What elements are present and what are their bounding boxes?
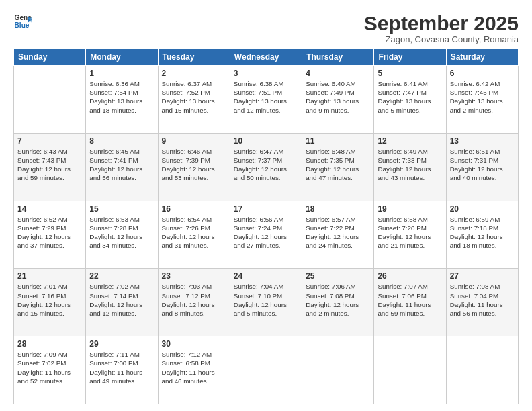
table-row: 18Sunrise: 6:57 AMSunset: 7:22 PMDayligh…: [302, 201, 374, 269]
day-info: Sunrise: 6:48 AMSunset: 7:35 PMDaylight:…: [306, 147, 370, 183]
calendar-header-row: Sunday Monday Tuesday Wednesday Thursday…: [14, 49, 519, 66]
day-info: Sunrise: 7:12 AMSunset: 6:58 PMDaylight:…: [162, 350, 226, 385]
day-info: Sunrise: 7:02 AMSunset: 7:14 PMDaylight:…: [89, 282, 154, 318]
title-block: September 2025 Zagon, Covasna County, Ro…: [364, 12, 519, 44]
table-row: 30Sunrise: 7:12 AMSunset: 6:58 PMDayligh…: [158, 336, 230, 404]
calendar-week-row: 21Sunrise: 7:01 AMSunset: 7:16 PMDayligh…: [14, 269, 519, 336]
day-number: 22: [89, 271, 154, 281]
table-row: 25Sunrise: 7:06 AMSunset: 7:08 PMDayligh…: [302, 269, 374, 336]
table-row: 4Sunrise: 6:40 AMSunset: 7:49 PMDaylight…: [302, 66, 374, 134]
day-info: Sunrise: 6:46 AMSunset: 7:39 PMDaylight:…: [162, 147, 226, 183]
day-number: 14: [17, 204, 82, 214]
day-number: 8: [89, 136, 154, 146]
table-row: [374, 336, 446, 404]
day-number: 2: [162, 68, 226, 78]
table-row: 3Sunrise: 6:38 AMSunset: 7:51 PMDaylight…: [230, 66, 302, 134]
table-row: 15Sunrise: 6:53 AMSunset: 7:28 PMDayligh…: [86, 201, 158, 269]
day-info: Sunrise: 7:08 AMSunset: 7:04 PMDaylight:…: [450, 282, 515, 318]
table-row: [302, 336, 374, 404]
table-row: 19Sunrise: 6:58 AMSunset: 7:20 PMDayligh…: [374, 201, 446, 269]
table-row: 1Sunrise: 6:36 AMSunset: 7:54 PMDaylight…: [86, 66, 158, 134]
day-info: Sunrise: 6:49 AMSunset: 7:33 PMDaylight:…: [378, 147, 442, 183]
col-friday: Friday: [374, 49, 446, 66]
day-info: Sunrise: 6:56 AMSunset: 7:24 PMDaylight:…: [234, 215, 298, 250]
table-row: 17Sunrise: 6:56 AMSunset: 7:24 PMDayligh…: [230, 201, 302, 269]
day-number: 26: [378, 271, 442, 281]
day-info: Sunrise: 6:47 AMSunset: 7:37 PMDaylight:…: [234, 147, 298, 183]
calendar-table: Sunday Monday Tuesday Wednesday Thursday…: [13, 48, 519, 404]
day-number: 10: [234, 136, 298, 146]
day-info: Sunrise: 7:03 AMSunset: 7:12 PMDaylight:…: [162, 282, 226, 318]
day-number: 27: [450, 271, 515, 281]
table-row: 12Sunrise: 6:49 AMSunset: 7:33 PMDayligh…: [374, 133, 446, 201]
day-number: 6: [450, 68, 515, 78]
day-number: 30: [162, 339, 226, 349]
table-row: 9Sunrise: 6:46 AMSunset: 7:39 PMDaylight…: [158, 133, 230, 201]
day-number: 18: [306, 204, 370, 214]
location: Zagon, Covasna County, Romania: [364, 34, 519, 44]
day-number: 9: [162, 136, 226, 146]
table-row: 29Sunrise: 7:11 AMSunset: 7:00 PMDayligh…: [86, 336, 158, 404]
calendar-week-row: 1Sunrise: 6:36 AMSunset: 7:54 PMDaylight…: [14, 66, 519, 134]
day-info: Sunrise: 6:37 AMSunset: 7:52 PMDaylight:…: [162, 79, 226, 115]
table-row: 8Sunrise: 6:45 AMSunset: 7:41 PMDaylight…: [86, 133, 158, 201]
table-row: 16Sunrise: 6:54 AMSunset: 7:26 PMDayligh…: [158, 201, 230, 269]
table-row: [446, 336, 518, 404]
day-number: 4: [306, 68, 370, 78]
day-info: Sunrise: 6:38 AMSunset: 7:51 PMDaylight:…: [234, 79, 298, 115]
table-row: 27Sunrise: 7:08 AMSunset: 7:04 PMDayligh…: [446, 269, 518, 336]
table-row: 21Sunrise: 7:01 AMSunset: 7:16 PMDayligh…: [14, 269, 86, 336]
table-row: 14Sunrise: 6:52 AMSunset: 7:29 PMDayligh…: [14, 201, 86, 269]
day-info: Sunrise: 6:42 AMSunset: 7:45 PMDaylight:…: [450, 79, 515, 115]
day-info: Sunrise: 7:09 AMSunset: 7:02 PMDaylight:…: [17, 350, 82, 385]
col-thursday: Thursday: [302, 49, 374, 66]
day-number: 7: [17, 136, 82, 146]
day-info: Sunrise: 6:58 AMSunset: 7:20 PMDaylight:…: [378, 215, 442, 250]
day-info: Sunrise: 6:41 AMSunset: 7:47 PMDaylight:…: [378, 79, 442, 115]
day-info: Sunrise: 7:04 AMSunset: 7:10 PMDaylight:…: [234, 282, 298, 318]
day-info: Sunrise: 6:52 AMSunset: 7:29 PMDaylight:…: [17, 215, 82, 250]
table-row: [14, 66, 86, 134]
day-info: Sunrise: 6:40 AMSunset: 7:49 PMDaylight:…: [306, 79, 370, 115]
svg-text:Blue: Blue: [15, 21, 30, 29]
logo-icon: General Blue: [13, 12, 32, 31]
day-number: 16: [162, 204, 226, 214]
col-sunday: Sunday: [14, 49, 86, 66]
header: General Blue September 2025 Zagon, Covas…: [13, 12, 519, 44]
month-title: September 2025: [364, 12, 519, 34]
table-row: 23Sunrise: 7:03 AMSunset: 7:12 PMDayligh…: [158, 269, 230, 336]
table-row: 28Sunrise: 7:09 AMSunset: 7:02 PMDayligh…: [14, 336, 86, 404]
col-wednesday: Wednesday: [230, 49, 302, 66]
table-row: 20Sunrise: 6:59 AMSunset: 7:18 PMDayligh…: [446, 201, 518, 269]
calendar-week-row: 28Sunrise: 7:09 AMSunset: 7:02 PMDayligh…: [14, 336, 519, 404]
col-tuesday: Tuesday: [158, 49, 230, 66]
day-number: 3: [234, 68, 298, 78]
calendar-week-row: 14Sunrise: 6:52 AMSunset: 7:29 PMDayligh…: [14, 201, 519, 269]
table-row: [230, 336, 302, 404]
day-number: 25: [306, 271, 370, 281]
table-row: 22Sunrise: 7:02 AMSunset: 7:14 PMDayligh…: [86, 269, 158, 336]
table-row: 7Sunrise: 6:43 AMSunset: 7:43 PMDaylight…: [14, 133, 86, 201]
day-info: Sunrise: 6:36 AMSunset: 7:54 PMDaylight:…: [89, 79, 154, 115]
day-number: 24: [234, 271, 298, 281]
day-number: 15: [89, 204, 154, 214]
day-number: 29: [89, 339, 154, 349]
table-row: 6Sunrise: 6:42 AMSunset: 7:45 PMDaylight…: [446, 66, 518, 134]
day-number: 23: [162, 271, 226, 281]
day-number: 1: [89, 68, 154, 78]
day-info: Sunrise: 7:06 AMSunset: 7:08 PMDaylight:…: [306, 282, 370, 318]
table-row: 11Sunrise: 6:48 AMSunset: 7:35 PMDayligh…: [302, 133, 374, 201]
day-info: Sunrise: 7:07 AMSunset: 7:06 PMDaylight:…: [378, 282, 442, 318]
table-row: 2Sunrise: 6:37 AMSunset: 7:52 PMDaylight…: [158, 66, 230, 134]
day-info: Sunrise: 6:59 AMSunset: 7:18 PMDaylight:…: [450, 215, 515, 250]
day-number: 21: [17, 271, 82, 281]
day-info: Sunrise: 6:57 AMSunset: 7:22 PMDaylight:…: [306, 215, 370, 250]
day-info: Sunrise: 6:45 AMSunset: 7:41 PMDaylight:…: [89, 147, 154, 183]
table-row: 24Sunrise: 7:04 AMSunset: 7:10 PMDayligh…: [230, 269, 302, 336]
day-info: Sunrise: 6:54 AMSunset: 7:26 PMDaylight:…: [162, 215, 226, 250]
table-row: 10Sunrise: 6:47 AMSunset: 7:37 PMDayligh…: [230, 133, 302, 201]
col-monday: Monday: [86, 49, 158, 66]
table-row: 13Sunrise: 6:51 AMSunset: 7:31 PMDayligh…: [446, 133, 518, 201]
day-number: 28: [17, 339, 82, 349]
day-info: Sunrise: 7:11 AMSunset: 7:00 PMDaylight:…: [89, 350, 154, 385]
